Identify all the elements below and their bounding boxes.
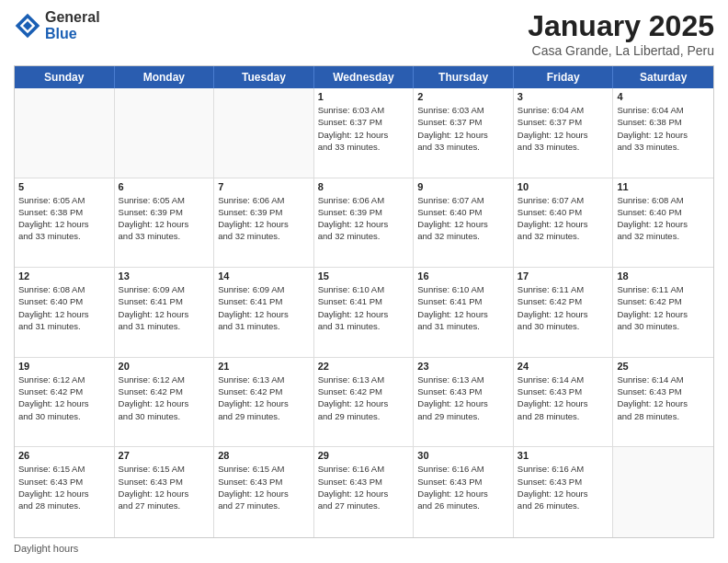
header-day-thursday: Thursday <box>414 66 514 88</box>
day-number: 12 <box>18 270 110 282</box>
day-info: Sunrise: 6:03 AMSunset: 6:37 PMDaylight:… <box>318 104 410 153</box>
logo: General Blue <box>14 9 100 41</box>
day-info: Sunrise: 6:14 AMSunset: 6:43 PMDaylight:… <box>518 373 609 422</box>
calendar: SundayMondayTuesdayWednesdayThursdayFrid… <box>14 65 714 538</box>
logo-icon <box>14 12 41 40</box>
cal-cell: 23Sunrise: 6:13 AMSunset: 6:43 PMDayligh… <box>414 358 514 447</box>
cal-cell: 18Sunrise: 6:11 AMSunset: 6:42 PMDayligh… <box>613 268 713 357</box>
week-row-3: 12Sunrise: 6:08 AMSunset: 6:40 PMDayligh… <box>15 268 713 358</box>
logo-blue: Blue <box>45 26 100 42</box>
day-info: Sunrise: 6:07 AMSunset: 6:40 PMDaylight:… <box>417 194 509 243</box>
cal-cell: 19Sunrise: 6:12 AMSunset: 6:42 PMDayligh… <box>15 358 115 447</box>
day-number: 22 <box>318 361 410 372</box>
day-info: Sunrise: 6:08 AMSunset: 6:40 PMDaylight:… <box>617 194 710 243</box>
cal-cell: 24Sunrise: 6:14 AMSunset: 6:43 PMDayligh… <box>514 358 614 447</box>
day-info: Sunrise: 6:09 AMSunset: 6:41 PMDaylight:… <box>119 283 210 332</box>
cal-cell: 3Sunrise: 6:04 AMSunset: 6:37 PMDaylight… <box>514 88 614 178</box>
day-number: 24 <box>518 361 609 372</box>
day-number: 13 <box>119 270 210 282</box>
day-info: Sunrise: 6:15 AMSunset: 6:43 PMDaylight:… <box>119 463 210 511</box>
title-month: January 2025 <box>528 9 714 43</box>
title-block: January 2025 Casa Grande, La Libertad, P… <box>528 9 714 58</box>
day-info: Sunrise: 6:09 AMSunset: 6:41 PMDaylight:… <box>218 283 310 332</box>
cal-cell <box>15 88 115 178</box>
day-number: 3 <box>518 91 609 102</box>
calendar-header: SundayMondayTuesdayWednesdayThursdayFrid… <box>15 66 713 88</box>
cal-cell: 20Sunrise: 6:12 AMSunset: 6:42 PMDayligh… <box>115 358 215 447</box>
cal-cell: 25Sunrise: 6:14 AMSunset: 6:43 PMDayligh… <box>613 358 713 447</box>
cal-cell: 2Sunrise: 6:03 AMSunset: 6:37 PMDaylight… <box>414 88 514 178</box>
cal-cell: 9Sunrise: 6:07 AMSunset: 6:40 PMDaylight… <box>414 178 514 268</box>
day-info: Sunrise: 6:16 AMSunset: 6:43 PMDaylight:… <box>417 463 509 511</box>
day-info: Sunrise: 6:12 AMSunset: 6:42 PMDaylight:… <box>119 373 210 422</box>
title-location: Casa Grande, La Libertad, Peru <box>528 43 714 58</box>
header-day-tuesday: Tuesday <box>214 66 314 88</box>
week-row-2: 5Sunrise: 6:05 AMSunset: 6:38 PMDaylight… <box>15 178 713 269</box>
day-number: 14 <box>218 270 310 282</box>
week-row-1: 1Sunrise: 6:03 AMSunset: 6:37 PMDaylight… <box>15 88 713 178</box>
cal-cell: 28Sunrise: 6:15 AMSunset: 6:43 PMDayligh… <box>214 447 314 537</box>
day-info: Sunrise: 6:15 AMSunset: 6:43 PMDaylight:… <box>218 463 310 511</box>
header-day-friday: Friday <box>514 66 614 88</box>
day-info: Sunrise: 6:14 AMSunset: 6:43 PMDaylight:… <box>617 373 710 422</box>
calendar-body: 1Sunrise: 6:03 AMSunset: 6:37 PMDaylight… <box>15 88 713 537</box>
header-day-monday: Monday <box>115 66 215 88</box>
day-number: 16 <box>417 270 509 282</box>
day-number: 29 <box>318 450 410 461</box>
cal-cell: 30Sunrise: 6:16 AMSunset: 6:43 PMDayligh… <box>414 447 514 537</box>
cal-cell: 31Sunrise: 6:16 AMSunset: 6:43 PMDayligh… <box>514 447 614 537</box>
day-number: 1 <box>318 91 410 102</box>
cal-cell: 12Sunrise: 6:08 AMSunset: 6:40 PMDayligh… <box>15 268 115 357</box>
cal-cell: 26Sunrise: 6:15 AMSunset: 6:43 PMDayligh… <box>15 447 115 537</box>
day-info: Sunrise: 6:10 AMSunset: 6:41 PMDaylight:… <box>318 283 410 332</box>
day-info: Sunrise: 6:06 AMSunset: 6:39 PMDaylight:… <box>218 194 310 243</box>
day-info: Sunrise: 6:13 AMSunset: 6:43 PMDaylight:… <box>417 373 509 422</box>
day-info: Sunrise: 6:08 AMSunset: 6:40 PMDaylight:… <box>18 283 110 332</box>
day-number: 4 <box>617 91 710 102</box>
day-info: Sunrise: 6:06 AMSunset: 6:39 PMDaylight:… <box>318 194 410 243</box>
header-day-sunday: Sunday <box>15 66 115 88</box>
cal-cell: 16Sunrise: 6:10 AMSunset: 6:41 PMDayligh… <box>414 268 514 357</box>
cal-cell: 14Sunrise: 6:09 AMSunset: 6:41 PMDayligh… <box>214 268 314 357</box>
day-number: 28 <box>218 450 310 461</box>
day-info: Sunrise: 6:04 AMSunset: 6:37 PMDaylight:… <box>518 104 609 153</box>
cal-cell: 6Sunrise: 6:05 AMSunset: 6:39 PMDaylight… <box>115 178 215 268</box>
header-day-wednesday: Wednesday <box>314 66 415 88</box>
day-info: Sunrise: 6:13 AMSunset: 6:42 PMDaylight:… <box>218 373 310 422</box>
day-number: 11 <box>617 181 710 192</box>
day-number: 8 <box>318 181 410 192</box>
daylight-label: Daylight hours <box>14 543 78 554</box>
day-number: 19 <box>18 361 110 372</box>
day-number: 20 <box>119 361 210 372</box>
footer: Daylight hours <box>14 543 714 554</box>
cal-cell: 7Sunrise: 6:06 AMSunset: 6:39 PMDaylight… <box>214 178 314 268</box>
day-number: 7 <box>218 181 310 192</box>
day-info: Sunrise: 6:15 AMSunset: 6:43 PMDaylight:… <box>18 463 110 511</box>
cal-cell: 8Sunrise: 6:06 AMSunset: 6:39 PMDaylight… <box>314 178 415 268</box>
cal-cell <box>613 447 713 537</box>
day-number: 31 <box>518 450 609 461</box>
header: General Blue January 2025 Casa Grande, L… <box>14 9 714 58</box>
day-info: Sunrise: 6:11 AMSunset: 6:42 PMDaylight:… <box>617 283 710 332</box>
page: General Blue January 2025 Casa Grande, L… <box>0 0 728 563</box>
day-number: 2 <box>417 91 509 102</box>
day-info: Sunrise: 6:07 AMSunset: 6:40 PMDaylight:… <box>518 194 609 243</box>
header-day-saturday: Saturday <box>613 66 713 88</box>
week-row-4: 19Sunrise: 6:12 AMSunset: 6:42 PMDayligh… <box>15 358 713 448</box>
cal-cell: 21Sunrise: 6:13 AMSunset: 6:42 PMDayligh… <box>214 358 314 447</box>
logo-text: General Blue <box>45 9 100 41</box>
cal-cell: 27Sunrise: 6:15 AMSunset: 6:43 PMDayligh… <box>115 447 215 537</box>
cal-cell: 5Sunrise: 6:05 AMSunset: 6:38 PMDaylight… <box>15 178 115 268</box>
logo-general: General <box>45 9 100 26</box>
day-number: 25 <box>617 361 710 372</box>
day-info: Sunrise: 6:16 AMSunset: 6:43 PMDaylight:… <box>518 463 609 511</box>
cal-cell: 22Sunrise: 6:13 AMSunset: 6:42 PMDayligh… <box>314 358 415 447</box>
week-row-5: 26Sunrise: 6:15 AMSunset: 6:43 PMDayligh… <box>15 447 713 537</box>
day-info: Sunrise: 6:16 AMSunset: 6:43 PMDaylight:… <box>318 463 410 511</box>
day-number: 9 <box>417 181 509 192</box>
cal-cell: 29Sunrise: 6:16 AMSunset: 6:43 PMDayligh… <box>314 447 415 537</box>
day-number: 27 <box>119 450 210 461</box>
day-info: Sunrise: 6:04 AMSunset: 6:38 PMDaylight:… <box>617 104 710 153</box>
day-info: Sunrise: 6:12 AMSunset: 6:42 PMDaylight:… <box>18 373 110 422</box>
day-info: Sunrise: 6:11 AMSunset: 6:42 PMDaylight:… <box>518 283 609 332</box>
